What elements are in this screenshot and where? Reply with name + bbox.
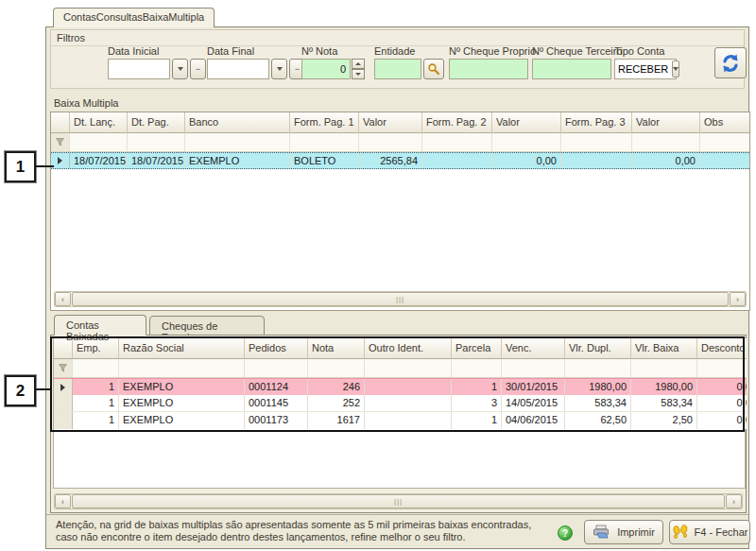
grid1-col-valor-2[interactable]: Valor — [492, 112, 561, 133]
grid2-col-vlr-baixa[interactable]: Vlr. Baixa — [631, 338, 697, 359]
entidade-field — [374, 59, 444, 79]
nota-field — [301, 59, 365, 79]
grid1-filter-cell[interactable] — [422, 133, 492, 151]
grid1-cell-dt-pag: 18/07/2015 — [128, 153, 185, 168]
scroll-right-button[interactable]: › — [726, 494, 742, 508]
grid1-col-form-pag-1[interactable]: Form. Pag. 1 — [290, 112, 359, 133]
grid1-col-form-pag-3[interactable]: Form. Pag. 3 — [561, 112, 632, 133]
grip-icon: ||| — [396, 295, 404, 303]
grid2-row-selector[interactable] — [54, 379, 73, 395]
data-inicial-dropdown-button[interactable] — [172, 59, 188, 79]
refresh-button[interactable] — [714, 47, 747, 78]
grid1-col-valor-1[interactable]: Valor — [359, 112, 422, 133]
grid2-col-vlr-dupl[interactable]: Vlr. Dupl. — [565, 338, 631, 359]
grid2-filter-cell[interactable] — [631, 359, 697, 377]
close-button[interactable]: F4 - Fechar — [669, 520, 750, 544]
scrollbar-thumb[interactable]: ||| — [72, 494, 725, 508]
cell-pedidos: 0001124 — [245, 379, 308, 395]
grid2-col-nota[interactable]: Nota — [308, 338, 365, 359]
grid1-filter-cell[interactable] — [290, 133, 359, 151]
grid1-filter-cell[interactable] — [632, 133, 700, 151]
grid2-row-1[interactable]: 1 EXEMPLO 0001124 246 1 30/01/2015 1980,… — [54, 378, 747, 395]
data-inicial-clear-button[interactable]: − — [190, 59, 206, 79]
scroll-right-button[interactable]: › — [730, 292, 746, 306]
scrollbar-thumb[interactable]: ||| — [72, 292, 729, 306]
grid1-cell-obs — [700, 153, 749, 168]
grid2-filter-cell[interactable] — [119, 359, 245, 377]
grid2-filter-cell[interactable] — [73, 359, 119, 377]
tipo-conta-dropdown-button[interactable] — [672, 60, 679, 77]
grid1-col-valor-3[interactable]: Valor — [632, 112, 700, 133]
grid2-row-2[interactable]: 1 EXEMPLO 0001145 252 3 14/05/2015 583,3… — [54, 395, 747, 412]
scroll-left-button[interactable]: ‹ — [55, 292, 71, 306]
grid2-filter-cell[interactable] — [502, 359, 565, 377]
cell-venc: 04/06/2015 — [502, 412, 565, 429]
grid2-filter-cell[interactable] — [452, 359, 502, 377]
grid2-col-desconto[interactable]: Desconto — [697, 338, 747, 359]
grid2-horizontal-scrollbar[interactable]: ‹ ||| › — [54, 493, 743, 509]
main-tab[interactable]: ContasConsultasBaixaMultipla — [53, 8, 215, 27]
grid1-filter-icon-cell[interactable] — [51, 133, 70, 151]
grid2-filter-cell[interactable] — [245, 359, 308, 377]
grid1-horizontal-scrollbar[interactable]: ‹ ||| › — [54, 291, 747, 307]
grid2-filter-cell[interactable] — [697, 359, 747, 377]
help-button[interactable]: ? — [558, 525, 573, 541]
cell-parcela: 1 — [452, 379, 502, 395]
grid1-filter-cell[interactable] — [561, 133, 632, 151]
data-final-dropdown-button[interactable] — [271, 59, 287, 79]
grid1-filter-cell[interactable] — [492, 133, 561, 151]
grid2-col-razao-social[interactable]: Razão Social — [119, 338, 245, 359]
spinner-down-button[interactable] — [352, 69, 365, 79]
data-final-input[interactable] — [207, 59, 269, 79]
grid1-selected-row[interactable]: 18/07/2015 18/07/2015 EXEMPLO BOLETO 256… — [51, 152, 749, 169]
grid2-filter-cell[interactable] — [365, 359, 452, 377]
tab-cheques-de-terceiros[interactable]: Cheques de Terceiros — [149, 316, 265, 336]
grid1-filter-cell[interactable] — [185, 133, 290, 151]
filter-funnel-icon — [59, 364, 67, 372]
cell-outro-ident — [365, 412, 452, 429]
app-window: ContasConsultasBaixaMultipla Filtros Dat… — [45, 8, 749, 549]
nota-spinner[interactable] — [352, 59, 365, 79]
cell-outro-ident — [365, 379, 452, 395]
cell-pedidos: 0001173 — [245, 412, 308, 429]
grid1-filter-cell[interactable] — [359, 133, 422, 151]
grid2-row-selector[interactable] — [54, 412, 73, 429]
nota-input[interactable] — [301, 59, 351, 79]
spinner-up-button[interactable] — [352, 59, 365, 69]
grid1-col-banco[interactable]: Banco — [185, 112, 290, 133]
grid2-col-parcela[interactable]: Parcela — [452, 338, 502, 359]
cell-pedidos: 0001145 — [245, 395, 308, 411]
contas-baixadas-panel: Emp. Razão Social Pedidos Nota Outro Ide… — [50, 335, 747, 513]
grid2-filter-icon-cell[interactable] — [54, 359, 73, 377]
grid1-row-selector[interactable] — [51, 153, 70, 168]
grid2-col-pedidos[interactable]: Pedidos — [245, 338, 308, 359]
grid1-filter-cell[interactable] — [128, 133, 185, 151]
grid1-col-obs[interactable]: Obs — [700, 112, 749, 133]
entidade-lookup-button[interactable] — [423, 59, 444, 79]
cheque-terceiro-input[interactable] — [532, 59, 611, 79]
print-button[interactable]: Imprimir — [584, 520, 663, 544]
cheque-terceiro-label: Nº Cheque Terceiro — [532, 45, 623, 57]
grid2-filter-cell[interactable] — [565, 359, 631, 377]
tipo-conta-combo[interactable]: RECEBER — [614, 59, 677, 79]
grid1-filter-cell[interactable] — [700, 133, 749, 151]
entidade-input[interactable] — [374, 59, 421, 79]
cheque-proprio-input[interactable] — [449, 59, 528, 79]
grid2-row-selector[interactable] — [54, 395, 73, 411]
refresh-icon — [720, 53, 741, 74]
grid1-filter-cell[interactable] — [70, 133, 128, 151]
nota-label: Nº Nota — [301, 45, 337, 57]
cell-outro-ident — [365, 395, 452, 411]
grid1-col-dt-lanc[interactable]: Dt. Lanç. — [70, 112, 128, 133]
cell-razao-social: EXEMPLO — [119, 379, 245, 395]
scroll-left-button[interactable]: ‹ — [55, 494, 71, 508]
data-inicial-input[interactable] — [108, 59, 170, 79]
grid2-col-venc[interactable]: Venc. — [502, 338, 565, 359]
grid2-row-3[interactable]: 1 EXEMPLO 0001173 1617 1 04/06/2015 62,5… — [54, 412, 747, 429]
tab-contas-baixadas[interactable]: Contas Baixadas — [54, 315, 146, 336]
grid1-col-dt-pag[interactable]: Dt. Pag. — [128, 112, 185, 133]
grid1-col-form-pag-2[interactable]: Form. Pag. 2 — [422, 112, 492, 133]
grid1-cell-valor-3: 0,00 — [632, 153, 700, 168]
grid2-filter-cell[interactable] — [308, 359, 365, 377]
grid2-col-outro-ident[interactable]: Outro Ident. — [365, 338, 452, 359]
